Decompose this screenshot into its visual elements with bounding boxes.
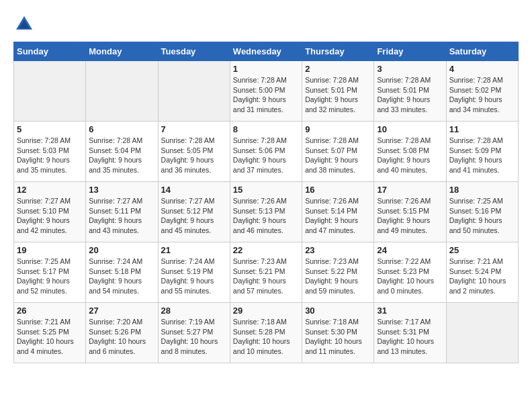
calendar-cell: 4Sunrise: 7:28 AM Sunset: 5:02 PM Daylig…: [446, 61, 518, 122]
day-info: Sunrise: 7:18 AM Sunset: 5:28 PM Dayligh…: [233, 317, 299, 357]
calendar-cell: 3Sunrise: 7:28 AM Sunset: 5:01 PM Daylig…: [374, 61, 446, 122]
day-number: 9: [305, 124, 371, 134]
day-number: 22: [233, 245, 299, 255]
day-number: 28: [161, 306, 227, 316]
day-number: 25: [449, 245, 515, 255]
calendar-cell: 13Sunrise: 7:27 AM Sunset: 5:11 PM Dayli…: [86, 182, 158, 242]
calendar-week-4: 19Sunrise: 7:25 AM Sunset: 5:17 PM Dayli…: [14, 242, 519, 303]
calendar-cell: 17Sunrise: 7:26 AM Sunset: 5:15 PM Dayli…: [374, 182, 446, 242]
day-number: 12: [17, 185, 83, 195]
calendar-cell: 20Sunrise: 7:24 AM Sunset: 5:18 PM Dayli…: [86, 242, 158, 303]
day-number: 14: [161, 185, 227, 195]
calendar-cell: 28Sunrise: 7:19 AM Sunset: 5:27 PM Dayli…: [158, 303, 230, 363]
day-info: Sunrise: 7:21 AM Sunset: 5:24 PM Dayligh…: [449, 257, 515, 296]
day-info: Sunrise: 7:27 AM Sunset: 5:11 PM Dayligh…: [89, 196, 154, 236]
day-number: 26: [17, 306, 83, 316]
calendar-cell: 14Sunrise: 7:27 AM Sunset: 5:12 PM Dayli…: [158, 182, 230, 242]
calendar-header: SundayMondayTuesdayWednesdayThursdayFrid…: [14, 42, 519, 61]
day-number: 31: [377, 306, 443, 316]
weekday-header-wednesday: Wednesday: [230, 42, 302, 61]
calendar-week-1: 1Sunrise: 7:28 AM Sunset: 5:00 PM Daylig…: [14, 61, 519, 122]
calendar-cell: 11Sunrise: 7:28 AM Sunset: 5:09 PM Dayli…: [446, 122, 518, 182]
day-number: 23: [305, 245, 371, 255]
calendar-week-2: 5Sunrise: 7:28 AM Sunset: 5:03 PM Daylig…: [14, 122, 519, 182]
day-info: Sunrise: 7:26 AM Sunset: 5:14 PM Dayligh…: [305, 196, 371, 236]
calendar-cell: 27Sunrise: 7:20 AM Sunset: 5:26 PM Dayli…: [86, 303, 158, 363]
day-number: 29: [233, 306, 299, 316]
calendar-cell: 10Sunrise: 7:28 AM Sunset: 5:08 PM Dayli…: [374, 122, 446, 182]
day-info: Sunrise: 7:28 AM Sunset: 5:01 PM Dayligh…: [305, 75, 371, 115]
day-number: 8: [233, 124, 299, 134]
day-info: Sunrise: 7:27 AM Sunset: 5:12 PM Dayligh…: [161, 196, 227, 236]
day-info: Sunrise: 7:28 AM Sunset: 5:05 PM Dayligh…: [161, 136, 227, 175]
calendar-cell: 26Sunrise: 7:21 AM Sunset: 5:25 PM Dayli…: [14, 303, 86, 363]
calendar-cell: [86, 61, 158, 122]
calendar-cell: [158, 61, 230, 122]
day-info: Sunrise: 7:28 AM Sunset: 5:04 PM Dayligh…: [89, 136, 154, 175]
day-number: 18: [449, 185, 515, 195]
day-info: Sunrise: 7:25 AM Sunset: 5:17 PM Dayligh…: [17, 257, 83, 296]
day-number: 2: [305, 64, 371, 74]
day-info: Sunrise: 7:17 AM Sunset: 5:31 PM Dayligh…: [377, 317, 443, 357]
calendar-cell: 5Sunrise: 7:28 AM Sunset: 5:03 PM Daylig…: [14, 122, 86, 182]
calendar-cell: 2Sunrise: 7:28 AM Sunset: 5:01 PM Daylig…: [302, 61, 374, 122]
calendar-cell: 1Sunrise: 7:28 AM Sunset: 5:00 PM Daylig…: [230, 61, 302, 122]
day-number: 16: [305, 185, 371, 195]
day-number: 20: [89, 245, 154, 255]
calendar-cell: 9Sunrise: 7:28 AM Sunset: 5:07 PM Daylig…: [302, 122, 374, 182]
day-info: Sunrise: 7:27 AM Sunset: 5:10 PM Dayligh…: [17, 196, 83, 236]
weekday-header-tuesday: Tuesday: [158, 42, 230, 61]
day-info: Sunrise: 7:25 AM Sunset: 5:16 PM Dayligh…: [449, 196, 515, 236]
logo: [13, 13, 38, 35]
day-number: 13: [89, 185, 154, 195]
weekday-header-monday: Monday: [86, 42, 158, 61]
day-info: Sunrise: 7:26 AM Sunset: 5:13 PM Dayligh…: [233, 196, 299, 236]
calendar-cell: 18Sunrise: 7:25 AM Sunset: 5:16 PM Dayli…: [446, 182, 518, 242]
day-info: Sunrise: 7:20 AM Sunset: 5:26 PM Dayligh…: [89, 317, 154, 357]
calendar-cell: 24Sunrise: 7:22 AM Sunset: 5:23 PM Dayli…: [374, 242, 446, 303]
weekday-header-thursday: Thursday: [302, 42, 374, 61]
day-number: 7: [161, 124, 227, 134]
day-info: Sunrise: 7:26 AM Sunset: 5:15 PM Dayligh…: [377, 196, 443, 236]
calendar-cell: 6Sunrise: 7:28 AM Sunset: 5:04 PM Daylig…: [86, 122, 158, 182]
logo-icon: [13, 13, 35, 35]
calendar-cell: 12Sunrise: 7:27 AM Sunset: 5:10 PM Dayli…: [14, 182, 86, 242]
calendar-week-3: 12Sunrise: 7:27 AM Sunset: 5:10 PM Dayli…: [14, 182, 519, 242]
calendar-cell: 29Sunrise: 7:18 AM Sunset: 5:28 PM Dayli…: [230, 303, 302, 363]
day-number: 1: [233, 64, 299, 74]
weekday-row: SundayMondayTuesdayWednesdayThursdayFrid…: [14, 42, 519, 61]
calendar-cell: 19Sunrise: 7:25 AM Sunset: 5:17 PM Dayli…: [14, 242, 86, 303]
calendar-cell: 31Sunrise: 7:17 AM Sunset: 5:31 PM Dayli…: [374, 303, 446, 363]
day-info: Sunrise: 7:28 AM Sunset: 5:09 PM Dayligh…: [449, 136, 515, 175]
page-header: [13, 13, 519, 35]
calendar-cell: 7Sunrise: 7:28 AM Sunset: 5:05 PM Daylig…: [158, 122, 230, 182]
day-number: 10: [377, 124, 443, 134]
calendar-cell: 15Sunrise: 7:26 AM Sunset: 5:13 PM Dayli…: [230, 182, 302, 242]
day-info: Sunrise: 7:24 AM Sunset: 5:18 PM Dayligh…: [89, 257, 154, 296]
calendar-cell: 25Sunrise: 7:21 AM Sunset: 5:24 PM Dayli…: [446, 242, 518, 303]
day-info: Sunrise: 7:22 AM Sunset: 5:23 PM Dayligh…: [377, 257, 443, 296]
weekday-header-friday: Friday: [374, 42, 446, 61]
calendar-cell: 30Sunrise: 7:18 AM Sunset: 5:30 PM Dayli…: [302, 303, 374, 363]
calendar-cell: [14, 61, 86, 122]
weekday-header-sunday: Sunday: [14, 42, 86, 61]
day-number: 27: [89, 306, 154, 316]
day-info: Sunrise: 7:28 AM Sunset: 5:01 PM Dayligh…: [377, 75, 443, 115]
day-number: 3: [377, 64, 443, 74]
calendar-body: 1Sunrise: 7:28 AM Sunset: 5:00 PM Daylig…: [14, 61, 519, 363]
day-info: Sunrise: 7:28 AM Sunset: 5:08 PM Dayligh…: [377, 136, 443, 175]
day-number: 6: [89, 124, 154, 134]
day-number: 24: [377, 245, 443, 255]
calendar-cell: [446, 303, 518, 363]
day-number: 21: [161, 245, 227, 255]
day-info: Sunrise: 7:23 AM Sunset: 5:21 PM Dayligh…: [233, 257, 299, 296]
day-info: Sunrise: 7:18 AM Sunset: 5:30 PM Dayligh…: [305, 317, 371, 357]
calendar-cell: 22Sunrise: 7:23 AM Sunset: 5:21 PM Dayli…: [230, 242, 302, 303]
day-info: Sunrise: 7:28 AM Sunset: 5:03 PM Dayligh…: [17, 136, 83, 175]
day-number: 5: [17, 124, 83, 134]
day-number: 11: [449, 124, 515, 134]
day-number: 4: [449, 64, 515, 74]
day-info: Sunrise: 7:28 AM Sunset: 5:07 PM Dayligh…: [305, 136, 371, 175]
day-info: Sunrise: 7:24 AM Sunset: 5:19 PM Dayligh…: [161, 257, 227, 296]
day-info: Sunrise: 7:19 AM Sunset: 5:27 PM Dayligh…: [161, 317, 227, 357]
